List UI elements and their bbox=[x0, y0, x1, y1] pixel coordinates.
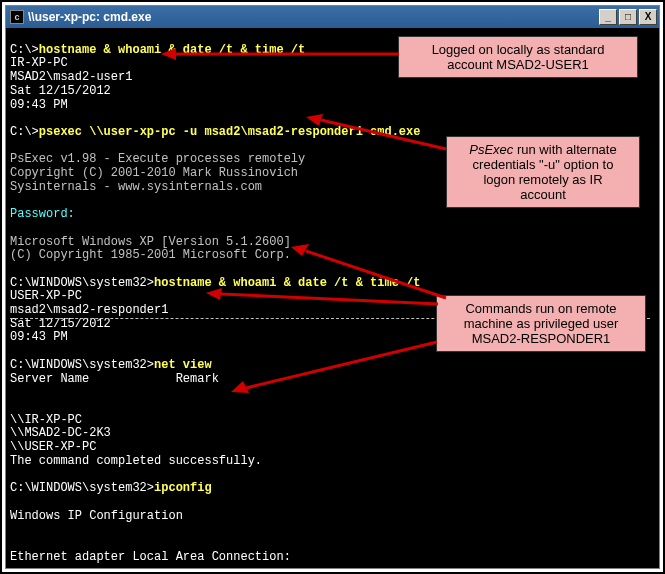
prompt: C:\> bbox=[10, 43, 39, 57]
window-title: \\user-xp-pc: cmd.exe bbox=[28, 10, 599, 24]
prompt: C:\> bbox=[10, 125, 39, 139]
titlebar[interactable]: c \\user-xp-pc: cmd.exe _ □ X bbox=[6, 6, 659, 28]
cmd-text: ipconfig bbox=[154, 481, 212, 495]
prompt: C:\WINDOWS\system32> bbox=[10, 276, 154, 290]
cmd-text: net view bbox=[154, 358, 212, 372]
output-line: USER-XP-PC bbox=[10, 289, 82, 303]
password-prompt: Password: bbox=[10, 207, 75, 221]
maximize-button[interactable]: □ bbox=[619, 9, 637, 25]
close-button[interactable]: X bbox=[639, 9, 657, 25]
minimize-button[interactable]: _ bbox=[599, 9, 617, 25]
output-line: msad2\msad2-responder1 bbox=[10, 303, 168, 317]
output-line: \\USER-XP-PC bbox=[10, 440, 96, 454]
output-line: 09:43 PM bbox=[10, 98, 68, 112]
output-line: PsExec v1.98 - Execute processes remotel… bbox=[10, 152, 305, 166]
output-line: IR-XP-PC bbox=[10, 56, 68, 70]
output-line: Windows IP Configuration bbox=[10, 509, 183, 523]
output-line: Microsoft Windows XP [Version 5.1.2600] bbox=[10, 235, 291, 249]
output-line: \\IR-XP-PC bbox=[10, 413, 82, 427]
callout-3: Commands run on remote machine as privil… bbox=[436, 295, 646, 352]
cmd-text: hostname & whoami & date /t & time /t bbox=[39, 43, 305, 57]
prompt: C:\WINDOWS\system32> bbox=[10, 481, 154, 495]
output-line: 09:43 PM bbox=[10, 330, 68, 344]
output-line: Sat 12/15/2012 bbox=[10, 84, 111, 98]
output-line: Ethernet adapter Local Area Connection: bbox=[10, 550, 291, 564]
cmd-text: psexec \\user-xp-pc -u msad2\msad2-respo… bbox=[39, 125, 421, 139]
output-line: Server Name Remark bbox=[10, 372, 219, 386]
cmd-window: c \\user-xp-pc: cmd.exe _ □ X C:\>hostna… bbox=[5, 5, 660, 569]
prompt: C:\WINDOWS\system32> bbox=[10, 358, 154, 372]
output-line: Sysinternals - www.sysinternals.com bbox=[10, 180, 262, 194]
output-line: (C) Copyright 1985-2001 Microsoft Corp. bbox=[10, 248, 291, 262]
window-buttons: _ □ X bbox=[599, 9, 657, 25]
output-line: MSAD2\msad2-user1 bbox=[10, 70, 132, 84]
cmd-icon: c bbox=[10, 10, 24, 24]
callout-2: PsExec run with alternate credentials "-… bbox=[446, 136, 640, 208]
cmd-text: hostname & whoami & date /t & time /t bbox=[154, 276, 420, 290]
output-line: \\MSAD2-DC-2K3 bbox=[10, 426, 111, 440]
output-line: The command completed successfully. bbox=[10, 454, 262, 468]
output-line: Copyright (C) 2001-2010 Mark Russinovich bbox=[10, 166, 298, 180]
callout-1: Logged on locally as standard account MS… bbox=[398, 36, 638, 78]
